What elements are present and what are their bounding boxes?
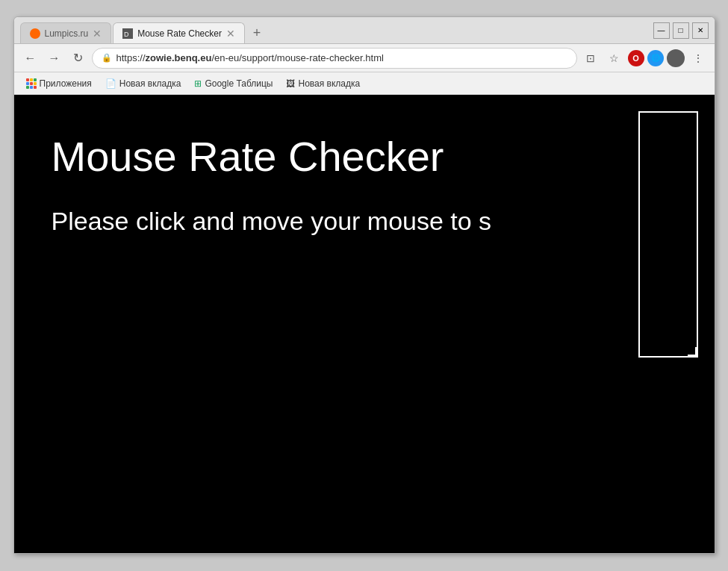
tab-mouse-rate-label: Mouse Rate Checker [137,28,222,39]
close-button[interactable]: ✕ [692,22,709,39]
bookmark-new-tab-2-label: Новая вкладка [298,78,360,89]
tab-lumpics-label: Lumpics.ru [45,28,89,39]
bookmark-apps[interactable]: Приложения [20,77,98,90]
tab-lumpics[interactable]: Lumpics.ru ✕ [20,22,112,43]
side-panel [638,111,698,358]
content-area[interactable]: Mouse Rate Checker Please click and move… [14,95,715,553]
refresh-button[interactable]: ↻ [68,48,89,69]
window-controls: — □ ✕ [653,22,709,39]
apps-grid-icon [26,78,37,89]
back-button[interactable]: ← [20,48,41,69]
bookmark-google-sheets-label: Google Таблицы [205,78,273,89]
cast-button[interactable]: ⊡ [580,48,601,69]
profile-avatar[interactable] [667,49,685,67]
tab-lumpics-close[interactable]: ✕ [93,28,102,40]
tab-mouse-rate-close[interactable]: ✕ [226,28,235,40]
forward-button[interactable]: → [44,48,65,69]
svg-text:D: D [124,31,129,38]
navigation-bar: ← → ↻ 🔒 https://zowie.benq.eu/en-eu/supp… [14,44,715,72]
image-icon: 🖼 [286,78,295,89]
zowie-favicon: D [122,28,133,39]
bookmarks-bar: Приложения 📄 Новая вкладка ⊞ Google Табл… [14,72,715,95]
maximize-button[interactable]: □ [673,22,689,39]
nav-right-icons: ⊡ ☆ O 🌐 ⋮ [580,48,709,69]
new-tab-button[interactable]: + [246,22,267,43]
doc-icon: 📄 [105,78,116,89]
address-bar[interactable]: 🔒 https://zowie.benq.eu/en-eu/support/mo… [92,48,577,69]
globe-icon[interactable]: 🌐 [647,50,664,66]
lock-icon: 🔒 [102,53,112,63]
tab-mouse-rate[interactable]: D Mouse Rate Checker ✕ [113,22,245,43]
title-bar: Lumpics.ru ✕ D Mouse Rate Checker ✕ + — … [14,17,715,44]
menu-button[interactable]: ⋮ [688,48,709,69]
tabs-area: Lumpics.ru ✕ D Mouse Rate Checker ✕ + [20,17,647,43]
page-title: Mouse Rate Checker [52,132,625,181]
bookmark-new-tab-1[interactable]: 📄 Новая вкладка [99,77,187,90]
bookmark-google-sheets[interactable]: ⊞ Google Таблицы [188,77,279,90]
browser-window: Lumpics.ru ✕ D Mouse Rate Checker ✕ + — … [13,16,715,554]
opera-icon[interactable]: O [628,50,644,66]
bookmark-button[interactable]: ☆ [604,48,625,69]
sheets-icon: ⊞ [194,78,202,89]
bookmark-new-tab-2[interactable]: 🖼 Новая вкладка [280,77,366,90]
bookmark-apps-label: Приложения [40,78,92,89]
page-subtitle: Please click and move your mouse to s [52,207,625,236]
lumpics-favicon [30,28,40,39]
minimize-button[interactable]: — [653,22,670,39]
bookmark-new-tab-1-label: Новая вкладка [119,78,181,89]
address-text: https://zowie.benq.eu/en-eu/support/mous… [116,52,567,63]
